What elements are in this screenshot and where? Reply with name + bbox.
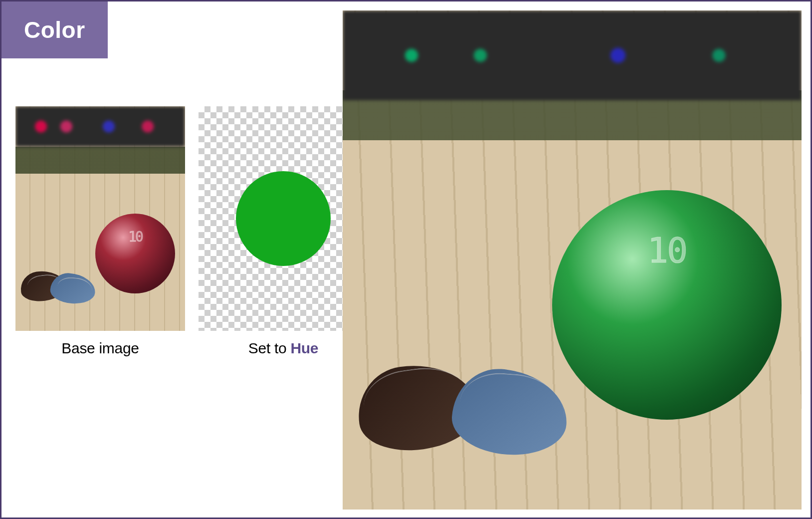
hue-overlay-circle xyxy=(236,171,331,266)
overlay-caption-prefix: Set to xyxy=(248,340,291,356)
bowling-ball-green: 10 xyxy=(552,190,782,420)
base-image-thumb: 10 xyxy=(15,106,185,331)
result-image: 10 xyxy=(343,10,802,510)
diagram-frame: Color 10 Base image Set to Hue xyxy=(0,0,812,519)
result-column: 10 xyxy=(343,10,802,510)
overlay-mode: Hue xyxy=(290,340,318,356)
section-title: Color xyxy=(24,17,85,43)
bowling-ball-red: 10 xyxy=(95,214,175,293)
ball-number: 10 xyxy=(128,229,142,245)
ball-number-result: 10 xyxy=(647,230,686,271)
base-image-caption: Base image xyxy=(15,340,185,357)
section-title-badge: Color xyxy=(1,1,108,58)
base-image-column: 10 Base image xyxy=(15,106,185,357)
bowling-shoe-blue-result xyxy=(449,366,570,459)
bowling-scene-base: 10 xyxy=(15,106,185,331)
bowling-scene-result: 10 xyxy=(343,10,802,510)
bowling-shoe-blue xyxy=(49,272,96,305)
